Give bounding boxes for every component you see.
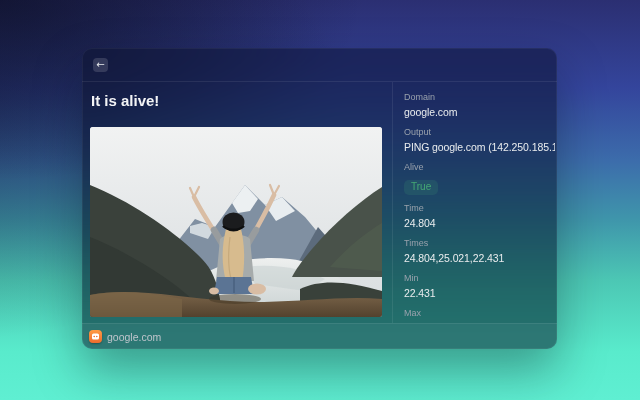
detail-label: Domain	[404, 92, 555, 103]
detail-row-time: Time 24.804	[404, 203, 555, 230]
main-content: It is alive!	[82, 82, 392, 323]
back-button[interactable]: ←	[93, 58, 108, 72]
detail-row-max: Max 25.021	[404, 308, 555, 323]
detail-label: Alive	[404, 162, 555, 173]
app-window: ← It is alive!	[82, 48, 557, 349]
detail-value: 24.804	[404, 217, 555, 230]
detail-row-output: Output PING google.com (142.250.185.14):…	[404, 127, 555, 154]
detail-row-min: Min 22.431	[404, 273, 555, 300]
photo-illustration	[90, 127, 382, 317]
detail-value: 24.804,25.021,22.431	[404, 252, 555, 265]
detail-value: PING google.com (142.250.185.14):…	[404, 141, 555, 154]
footer-domain: google.com	[107, 331, 161, 343]
window-body: It is alive!	[82, 82, 557, 323]
detail-label: Time	[404, 203, 555, 214]
page-title: It is alive!	[91, 92, 392, 110]
detail-row-alive: Alive True	[404, 162, 555, 195]
window-header: ←	[82, 48, 557, 82]
detail-label: Min	[404, 273, 555, 284]
detail-row-domain: Domain google.com	[404, 92, 555, 119]
detail-row-times: Times 24.804,25.021,22.431	[404, 238, 555, 265]
photo	[90, 127, 382, 317]
extension-icon	[89, 330, 102, 343]
detail-value: True	[404, 176, 555, 195]
alive-badge: True	[404, 180, 438, 195]
detail-label: Output	[404, 127, 555, 138]
detail-value: 22.431	[404, 287, 555, 300]
details-panel: Domain google.com Output PING google.com…	[392, 82, 557, 323]
detail-value: 25.021	[404, 322, 555, 323]
detail-value: google.com	[404, 106, 555, 119]
footer-bar: google.com	[82, 323, 557, 349]
detail-label: Max	[404, 308, 555, 319]
detail-label: Times	[404, 238, 555, 249]
arrow-left-icon: ←	[96, 59, 104, 71]
